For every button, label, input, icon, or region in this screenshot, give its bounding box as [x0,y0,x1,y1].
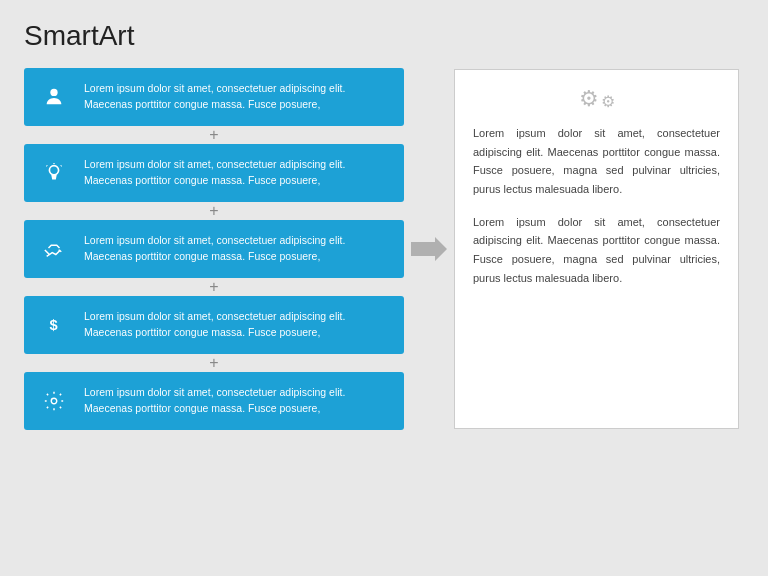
list-item-5: Lorem ipsum dolor sit amet, consectetuer… [24,372,404,430]
svg-line-3 [46,165,47,166]
list-item-1: Lorem ipsum dolor sit amet, consectetuer… [24,68,404,126]
left-panel: Lorem ipsum dolor sit amet, consectetuer… [24,68,404,430]
list-item-text-3: Lorem ipsum dolor sit amet, consectetuer… [84,233,392,265]
right-panel-paragraph-2: Lorem ipsum dolor sit amet, consectetuer… [473,213,720,288]
gear-icon-group: ⚙ ⚙ [473,86,720,112]
person-icon [36,79,72,115]
arrow-connector [404,235,454,263]
svg-point-6 [51,398,57,404]
plus-separator-1: + [24,126,404,144]
main-content: Lorem ipsum dolor sit amet, consectetuer… [24,68,744,430]
page: SmartArt Lorem ipsum dolor sit amet, con… [0,0,768,576]
plus-separator-4: + [24,354,404,372]
list-item-2: Lorem ipsum dolor sit amet, consectetuer… [24,144,404,202]
svg-text:$: $ [49,317,57,333]
list-item-text-4: Lorem ipsum dolor sit amet, consectetuer… [84,309,392,341]
bulb-icon [36,155,72,191]
gear-icon-2: ⚙ [601,92,615,112]
gear-icon-1: ⚙ [579,86,599,112]
handshake-icon [36,231,72,267]
svg-marker-7 [411,237,447,261]
list-item-4: $Lorem ipsum dolor sit amet, consectetue… [24,296,404,354]
gear-icon [36,383,72,419]
right-panel-paragraph-1: Lorem ipsum dolor sit amet, consectetuer… [473,124,720,199]
list-item-text-2: Lorem ipsum dolor sit amet, consectetuer… [84,157,392,189]
list-item-3: Lorem ipsum dolor sit amet, consectetuer… [24,220,404,278]
dollar-icon: $ [36,307,72,343]
svg-point-1 [49,166,58,175]
list-item-text-5: Lorem ipsum dolor sit amet, consectetuer… [84,385,392,417]
right-panel: ⚙ ⚙ Lorem ipsum dolor sit amet, consecte… [454,69,739,429]
arrow-icon [411,235,447,263]
page-title: SmartArt [24,20,744,52]
plus-separator-3: + [24,278,404,296]
svg-point-0 [50,89,57,96]
svg-line-4 [61,165,62,166]
plus-separator-2: + [24,202,404,220]
list-item-text-1: Lorem ipsum dolor sit amet, consectetuer… [84,81,392,113]
